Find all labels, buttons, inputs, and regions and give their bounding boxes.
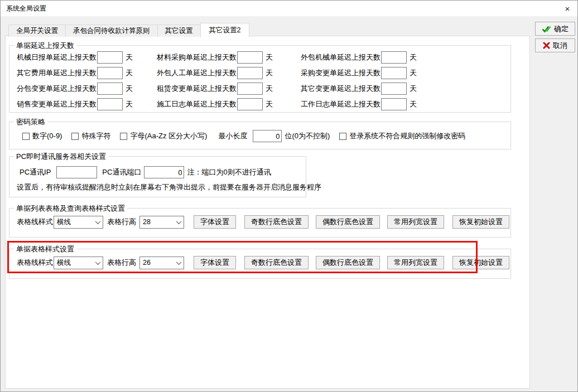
group-doc-table-style: 单据表格样式设置 表格线样式 横线 表格行高 26 字体设置 奇数行底色设置 偶… (9, 249, 511, 279)
delay-days-input[interactable] (237, 51, 263, 64)
unit-label: 天 (266, 68, 273, 78)
delay-field: 材料采购单延迟上报天数 天 (157, 51, 301, 64)
chevron-down-icon (175, 217, 183, 228)
window-title: 系统全局设置 (6, 4, 46, 13)
min-length-suffix: 位(0为不控制) (285, 131, 330, 141)
field-label: 工作日志单延迟上报天数 (301, 99, 381, 109)
list-column-width-button[interactable]: 常用列宽设置 (387, 215, 444, 229)
delay-grid: 机械日报单延迟上报天数 天 材料采购单延迟上报天数 天 外包机械单延迟上报天数 … (9, 46, 510, 110)
delay-field: 外包机械单延迟上报天数 天 (301, 51, 510, 64)
cancel-button[interactable]: 取消 (535, 38, 575, 52)
field-label: 其它变更单延迟上报天数 (301, 84, 381, 94)
delay-days-input[interactable] (381, 51, 407, 64)
selected-value: 横线 (57, 258, 71, 268)
checkbox-special-chars[interactable] (71, 133, 79, 140)
doc-table-style-row: 表格线样式 横线 表格行高 26 字体设置 奇数行底色设置 偶数行底色设置 常用… (9, 256, 510, 269)
delay-days-input[interactable] (237, 83, 263, 95)
list-odd-row-color-button[interactable]: 奇数行底色设置 (244, 215, 309, 229)
list-line-style-select[interactable]: 横线 (54, 216, 103, 229)
doc-font-settings-button[interactable]: 字体设置 (194, 256, 236, 269)
line-style-label: 表格线样式 (17, 258, 53, 268)
group-title: 单据列表表格及查询表格样式设置 (14, 204, 127, 214)
close-button[interactable]: × (557, 1, 577, 16)
min-length-input[interactable] (253, 130, 282, 142)
group-list-table-style: 单据列表表格及查询表格样式设置 表格线样式 横线 表格行高 28 字体设置 奇数… (9, 208, 511, 238)
delay-days-input[interactable] (381, 83, 407, 95)
pc-ip-label: PC通讯IP (20, 167, 51, 177)
group-title: 单据延迟上报天数 (14, 41, 76, 51)
doc-column-width-button[interactable]: 常用列宽设置 (387, 256, 444, 269)
checkbox-label: 字母(Aa-Zz 区分大小写) (130, 131, 207, 141)
ok-button[interactable]: 确定 (535, 22, 575, 36)
delay-field: 机械日报单延迟上报天数 天 (17, 51, 157, 64)
delay-field: 销售变更单延迟上报天数 天 (17, 98, 157, 110)
row-height-label: 表格行高 (107, 258, 136, 268)
group-title: 单据表格样式设置 (14, 244, 76, 254)
pc-im-row: PC通讯IP PC通讯端口 注：端口为0则不进行通讯 (9, 166, 306, 178)
chevron-down-icon (94, 258, 102, 268)
pc-im-description: 设置后，有待审核或提醒消息时立刻在屏幕右下角弹出提示，前提要在服务器开启消息服务… (9, 182, 306, 192)
delay-field: 施工日志单延迟上报天数 天 (157, 98, 301, 110)
delay-days-input[interactable] (97, 98, 123, 110)
field-label: 其它费用单延迟上报天数 (17, 68, 97, 78)
list-even-row-color-button[interactable]: 偶数行底色设置 (316, 215, 380, 229)
delay-days-input[interactable] (97, 83, 123, 95)
checkbox-label: 特殊字符 (81, 131, 110, 141)
field-label: 分包变更单延迟上报天数 (17, 84, 97, 94)
tab-contract-receivable-rules[interactable]: 承包合同待收款计算原则 (65, 25, 158, 37)
unit-label: 天 (266, 84, 273, 94)
pc-ip-input[interactable] (56, 166, 97, 178)
delay-days-input[interactable] (237, 98, 263, 110)
unit-label: 天 (266, 99, 273, 109)
delay-field: 采购变更单延迟上报天数 天 (301, 67, 510, 79)
unit-label: 天 (410, 84, 417, 94)
tab-global-switch-settings[interactable]: 全局开关设置 (8, 25, 66, 37)
tab-other-settings-2[interactable]: 其它设置2 (200, 23, 250, 37)
delay-days-input[interactable] (381, 67, 407, 79)
tab-other-settings[interactable]: 其它设置 (157, 25, 201, 37)
doc-line-style-select[interactable]: 横线 (54, 257, 103, 269)
selected-value: 28 (143, 218, 151, 226)
checkbox-force-password-change[interactable] (339, 133, 346, 140)
port-note: 注：端口为0则不进行通讯 (187, 167, 271, 177)
unit-label: 天 (266, 52, 273, 62)
group-title: 密码策略 (14, 117, 47, 127)
chevron-down-icon (175, 258, 183, 268)
doc-odd-row-color-button[interactable]: 奇数行底色设置 (244, 256, 309, 269)
delay-days-input[interactable] (381, 98, 407, 110)
field-label: 销售变更单延迟上报天数 (17, 99, 97, 109)
field-label: 机械日报单延迟上报天数 (17, 52, 97, 62)
delay-days-input[interactable] (237, 67, 263, 79)
password-policy-row: 数字(0-9) 特殊字符 字母(Aa-Zz 区分大小写) 最小长度 位(0为不控… (9, 130, 510, 142)
field-label: 外包机械单延迟上报天数 (301, 52, 381, 62)
pc-port-label: PC通讯端口 (102, 167, 141, 177)
delay-days-input[interactable] (97, 67, 123, 79)
field-label: 租赁变更单延迟上报天数 (157, 84, 237, 94)
group-password-policy: 密码策略 数字(0-9) 特殊字符 字母(Aa-Zz 区分大小写) 最小长度 位… (9, 122, 511, 149)
unit-label: 天 (410, 52, 417, 62)
delay-field: 分包变更单延迟上报天数 天 (17, 83, 157, 95)
doc-row-height-select[interactable]: 26 (139, 257, 184, 269)
delay-field: 外包人工单延迟上报天数 天 (157, 67, 301, 79)
list-row-height-select[interactable]: 28 (139, 216, 184, 229)
doc-restore-defaults-button[interactable]: 恢复初始设置 (452, 256, 509, 269)
group-delay-report-days: 单据延迟上报天数 机械日报单延迟上报天数 天 材料采购单延迟上报天数 天 外包机… (9, 45, 511, 113)
delay-field: 其它费用单延迟上报天数 天 (17, 67, 157, 79)
field-label: 外包人工单延迟上报天数 (157, 68, 237, 78)
checkbox-label: 登录系统不符合规则的强制修改密码 (349, 131, 465, 141)
doc-even-row-color-button[interactable]: 偶数行底色设置 (316, 256, 380, 269)
checkbox-digits[interactable] (22, 133, 30, 140)
group-title: PC即时通讯服务器相关设置 (14, 152, 108, 162)
list-restore-defaults-button[interactable]: 恢复初始设置 (452, 215, 509, 229)
tabstrip: 全局开关设置 承包合同待收款计算原则 其它设置 其它设置2 (8, 22, 249, 37)
delay-days-input[interactable] (97, 51, 123, 64)
dialog-system-global-settings: 系统全局设置 × 全局开关设置 承包合同待收款计算原则 其它设置 其它设置2 单… (0, 0, 578, 392)
min-length-label: 最小长度 (218, 131, 247, 141)
pc-port-input[interactable] (144, 166, 184, 178)
unit-label: 天 (410, 99, 417, 109)
double-check-icon (542, 25, 551, 33)
list-font-settings-button[interactable]: 字体设置 (194, 215, 236, 229)
selected-value: 横线 (57, 217, 71, 227)
titlebar: 系统全局设置 (1, 1, 577, 16)
checkbox-letters[interactable] (120, 133, 127, 140)
